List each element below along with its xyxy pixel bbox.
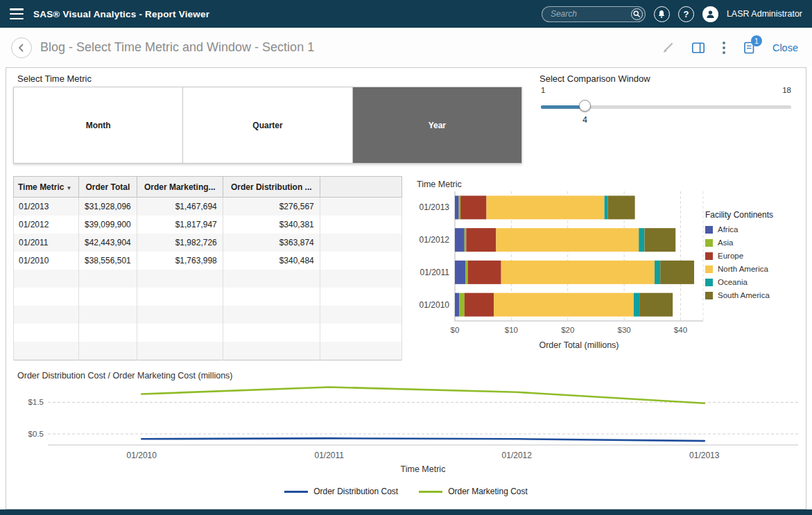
slider-max-label: 18 <box>782 86 791 94</box>
bar-segment-europe[interactable] <box>466 228 496 252</box>
bar-segment-north-america[interactable] <box>496 228 639 252</box>
table-row[interactable]: 01/2011$42,443,904$1,982,726$363,874 <box>14 234 402 252</box>
column-header[interactable]: Order Marketing... <box>137 177 223 198</box>
comment-count-badge: 1 <box>751 35 762 46</box>
bar-segment-asia[interactable] <box>466 261 468 284</box>
legend-swatch-icon <box>705 239 713 247</box>
close-button[interactable]: Close <box>772 42 798 53</box>
bottom-bar <box>0 509 812 515</box>
column-header[interactable]: Time Metric▼ <box>14 177 79 198</box>
bar-segment-south-america[interactable] <box>639 293 673 317</box>
bar-segment-south-america[interactable] <box>608 195 635 219</box>
report-canvas: Select Time Metric MonthQuarterYear Sele… <box>6 67 806 509</box>
table-empty-row <box>14 270 402 288</box>
comments-icon[interactable]: 1 <box>743 41 756 55</box>
bar-segment-europe[interactable] <box>468 261 501 284</box>
time-metric-button-year[interactable]: Year <box>353 87 521 163</box>
more-options-icon[interactable] <box>722 41 726 55</box>
line-series-order-marketing-cost[interactable] <box>141 387 705 403</box>
bar-segment-africa[interactable] <box>455 261 466 284</box>
legend-swatch-icon <box>705 292 713 299</box>
time-metric-button-quarter[interactable]: Quarter <box>183 87 352 163</box>
svg-text:Order Total (millions): Order Total (millions) <box>539 340 619 350</box>
help-icon[interactable]: ? <box>678 6 694 22</box>
table-row[interactable]: 01/2010$38,556,501$1,763,998$340,484 <box>14 252 402 270</box>
svg-text:$40: $40 <box>674 326 687 334</box>
bar-segment-south-america[interactable] <box>660 261 694 284</box>
app-window: SAS® Visual Analytics - Report Viewer <box>0 0 812 515</box>
panel-toggle-icon[interactable] <box>691 41 705 55</box>
svg-text:01/2013: 01/2013 <box>420 202 450 212</box>
bar-segment-asia[interactable] <box>459 195 460 219</box>
svg-text:01/2012: 01/2012 <box>420 235 450 245</box>
column-header[interactable]: Order Total <box>79 177 137 198</box>
table-empty-row <box>14 342 402 360</box>
legend-item-asia: Asia <box>705 238 809 247</box>
user-avatar-icon[interactable] <box>702 6 718 22</box>
svg-text:$0: $0 <box>451 326 460 334</box>
legend-item-africa: Africa <box>705 225 809 234</box>
svg-text:$10: $10 <box>505 326 518 334</box>
line-chart-legend: Order Distribution CostOrder Marketing C… <box>6 487 806 496</box>
legend-swatch-icon <box>705 265 713 273</box>
table-empty-row <box>14 306 402 324</box>
svg-text:$0.5: $0.5 <box>28 430 44 438</box>
bar-legend-title: Facility Continents <box>705 210 809 220</box>
column-header[interactable]: Order Distribution ... <box>223 177 320 198</box>
svg-text:01/2012: 01/2012 <box>502 451 533 460</box>
bar-segment-north-america[interactable] <box>494 293 634 317</box>
menu-icon[interactable] <box>10 8 24 19</box>
bar-segment-oceania[interactable] <box>655 261 660 284</box>
bar-segment-north-america[interactable] <box>487 195 605 219</box>
legend-line-swatch-icon <box>284 491 308 493</box>
bar-segment-north-america[interactable] <box>501 261 655 284</box>
svg-text:$30: $30 <box>617 326 630 334</box>
legend-item-south-america: South America <box>705 291 809 299</box>
bar-segment-africa[interactable] <box>455 293 460 317</box>
data-table[interactable]: Time Metric▼Order TotalOrder Marketing..… <box>13 176 402 360</box>
search-input[interactable] <box>549 8 631 19</box>
search-box[interactable] <box>542 6 646 22</box>
bar-segment-europe[interactable] <box>465 293 494 317</box>
bar-segment-oceania[interactable] <box>605 195 608 219</box>
bar-segment-south-america[interactable] <box>644 228 675 252</box>
svg-text:01/2011: 01/2011 <box>420 268 450 277</box>
comparison-window-slider[interactable]: 1 18 4 <box>541 86 791 128</box>
legend-item-order-distribution-cost: Order Distribution Cost <box>284 487 398 496</box>
column-header[interactable] <box>320 177 401 198</box>
line-series-order-distribution-cost[interactable] <box>141 438 705 441</box>
table-empty-row <box>14 288 402 306</box>
bar-segment-oceania[interactable] <box>634 293 639 317</box>
time-metric-button-month[interactable]: Month <box>14 87 183 163</box>
legend-swatch-icon <box>705 252 713 260</box>
top-bar: SAS® Visual Analytics - Report Viewer <box>0 0 812 28</box>
slider-handle[interactable] <box>579 100 591 112</box>
svg-text:$20: $20 <box>561 326 574 334</box>
legend-item-order-marketing-cost: Order Marketing Cost <box>419 487 528 496</box>
bar-segment-asia[interactable] <box>460 293 465 317</box>
table-row[interactable]: 01/2013$31,928,096$1,467,694$276,567 <box>14 198 402 216</box>
time-metric-label: Select Time Metric <box>17 73 92 84</box>
legend-swatch-icon <box>705 279 713 286</box>
sort-arrow-icon: ▼ <box>66 185 71 191</box>
svg-text:Time Metric: Time Metric <box>417 180 462 189</box>
svg-text:$1.5: $1.5 <box>28 398 44 406</box>
notifications-icon[interactable] <box>654 6 670 22</box>
back-button[interactable] <box>11 37 32 58</box>
svg-text:01/2010: 01/2010 <box>127 451 157 460</box>
app-title: SAS® Visual Analytics - Report Viewer <box>33 9 209 19</box>
line-chart[interactable]: Order Distribution Cost / Order Marketin… <box>13 370 804 475</box>
svg-text:01/2010: 01/2010 <box>420 300 450 310</box>
bar-chart-legend: Facility ContinentsAfricaAsiaEuropeNorth… <box>705 210 809 304</box>
wand-icon[interactable] <box>662 41 675 54</box>
slider-track[interactable] <box>541 105 791 109</box>
legend-item-europe: Europe <box>705 252 809 260</box>
bar-segment-africa[interactable] <box>455 228 465 252</box>
bar-segment-oceania[interactable] <box>639 228 644 252</box>
search-icon[interactable] <box>631 8 643 20</box>
bar-segment-africa[interactable] <box>455 195 459 219</box>
bar-segment-asia[interactable] <box>465 228 466 252</box>
slider-min-label: 1 <box>541 86 545 94</box>
bar-segment-europe[interactable] <box>460 195 486 219</box>
table-row[interactable]: 01/2012$39,099,900$1,817,947$340,381 <box>14 216 402 234</box>
